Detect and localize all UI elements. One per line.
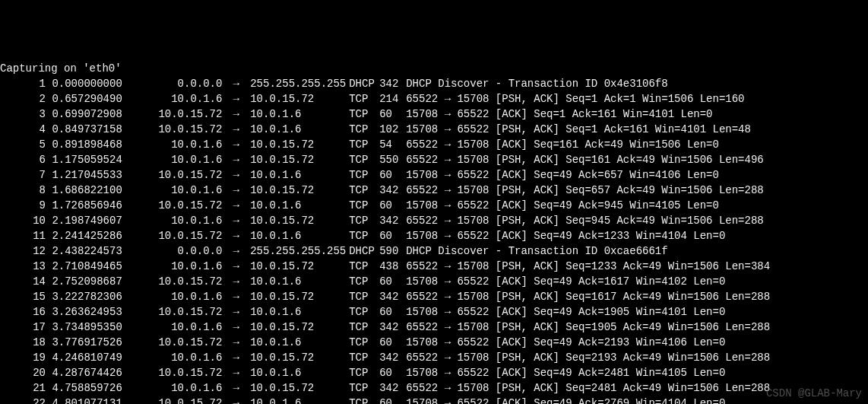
packet-row[interactable]: 12 2.4382245730.0.0.0 → 255.255.255.255D… xyxy=(0,243,868,259)
packet-no: 12 xyxy=(0,243,46,259)
packet-proto: TCP xyxy=(349,289,379,304)
packet-row[interactable]: 4 0.84973715810.0.15.72 → 10.0.1.6TCP102… xyxy=(0,122,868,137)
arrow-icon: → xyxy=(229,167,244,183)
packet-src: 10.0.15.72 xyxy=(131,365,222,380)
packet-info: 65522 → 15708 [ACK] Seq=161 Ack=49 Win=1… xyxy=(406,137,719,152)
arrow-icon: → xyxy=(229,304,244,320)
packet-no: 15 xyxy=(0,289,46,304)
packet-info: 65522 → 15708 [PSH, ACK] Seq=1 Ack=1 Win… xyxy=(406,91,744,107)
packet-row[interactable]: 22 4.80107713110.0.15.72 → 10.0.1.6TCP60… xyxy=(0,396,868,404)
packet-len: 60 xyxy=(379,396,406,404)
packet-len: 342 xyxy=(379,289,406,304)
packet-row[interactable]: 15 3.22278230610.0.1.6 → 10.0.15.72TCP34… xyxy=(0,289,868,304)
packet-no: 14 xyxy=(0,274,46,289)
packet-info: 15708 → 65522 [ACK] Seq=49 Ack=1617 Win=… xyxy=(406,274,725,289)
packet-len: 60 xyxy=(379,167,406,183)
packet-len: 60 xyxy=(379,274,406,289)
packet-proto: TCP xyxy=(349,365,379,380)
packet-dst: 10.0.15.72 xyxy=(250,183,349,198)
packet-info: 15708 → 65522 [PSH, ACK] Seq=1 Ack=161 W… xyxy=(406,122,751,137)
packet-dst: 10.0.1.6 xyxy=(250,167,349,183)
packet-proto: TCP xyxy=(349,335,379,350)
packet-info: 15708 → 65522 [ACK] Seq=49 Ack=657 Win=4… xyxy=(406,167,719,183)
arrow-icon: → xyxy=(229,213,244,228)
packet-row[interactable]: 20 4.28767442610.0.15.72 → 10.0.1.6TCP60… xyxy=(0,365,868,380)
packet-proto: TCP xyxy=(349,228,379,243)
packet-no: 1 xyxy=(0,76,46,91)
packet-info: 65522 → 15708 [PSH, ACK] Seq=1617 Ack=49… xyxy=(406,289,770,304)
packet-time: 2.438224573 xyxy=(52,243,131,259)
packet-proto: TCP xyxy=(349,137,379,152)
packet-src: 10.0.1.6 xyxy=(131,289,222,304)
packet-row[interactable]: 2 0.65729049010.0.1.6 → 10.0.15.72TCP214… xyxy=(0,91,868,107)
packet-src: 10.0.15.72 xyxy=(131,274,222,289)
packet-info: 15708 → 65522 [ACK] Seq=49 Ack=945 Win=4… xyxy=(406,198,719,213)
packet-row[interactable]: 21 4.75885972610.0.1.6 → 10.0.15.72TCP34… xyxy=(0,380,868,396)
packet-proto: TCP xyxy=(349,350,379,365)
packet-time: 4.246810749 xyxy=(52,350,131,365)
packet-dst: 10.0.15.72 xyxy=(250,137,349,152)
packet-no: 11 xyxy=(0,228,46,243)
packet-dst: 10.0.15.72 xyxy=(250,380,349,396)
packet-no: 13 xyxy=(0,259,46,274)
packet-len: 342 xyxy=(379,213,406,228)
packet-info: 65522 → 15708 [PSH, ACK] Seq=945 Ack=49 … xyxy=(406,213,763,228)
packet-time: 4.801077131 xyxy=(52,396,131,404)
packet-row[interactable]: 3 0.69907290810.0.15.72 → 10.0.1.6TCP601… xyxy=(0,107,868,122)
packet-time: 4.758859726 xyxy=(52,380,131,396)
packet-dst: 10.0.15.72 xyxy=(250,289,349,304)
packet-no: 20 xyxy=(0,365,46,380)
packet-info: 65522 → 15708 [PSH, ACK] Seq=1233 Ack=49… xyxy=(406,259,770,274)
arrow-icon: → xyxy=(229,380,244,396)
packet-src: 0.0.0.0 xyxy=(131,76,222,91)
packet-info: 65522 → 15708 [PSH, ACK] Seq=2481 Ack=49… xyxy=(406,380,770,396)
packet-dst: 10.0.15.72 xyxy=(250,91,349,107)
packet-src: 10.0.1.6 xyxy=(131,320,222,335)
packet-row[interactable]: 11 2.24142528610.0.15.72 → 10.0.1.6TCP60… xyxy=(0,228,868,243)
packet-row[interactable]: 8 1.68682210010.0.1.6 → 10.0.15.72TCP342… xyxy=(0,183,868,198)
packet-row[interactable]: 10 2.19874960710.0.1.6 → 10.0.15.72TCP34… xyxy=(0,213,868,228)
packet-row[interactable]: 13 2.71084946510.0.1.6 → 10.0.15.72TCP43… xyxy=(0,259,868,274)
packet-dst: 10.0.1.6 xyxy=(250,335,349,350)
arrow-icon: → xyxy=(229,396,244,404)
arrow-icon: → xyxy=(229,289,244,304)
packet-src: 10.0.1.6 xyxy=(131,137,222,152)
packet-info: 15708 → 65522 [ACK] Seq=49 Ack=1905 Win=… xyxy=(406,304,725,320)
packet-len: 214 xyxy=(379,91,406,107)
arrow-icon: → xyxy=(229,183,244,198)
packet-no: 2 xyxy=(0,91,46,107)
packet-row[interactable]: 19 4.24681074910.0.1.6 → 10.0.15.72TCP34… xyxy=(0,350,868,365)
watermark: CSDN @GLAB-Mary xyxy=(766,386,862,401)
packet-row[interactable]: 6 1.17505952410.0.1.6 → 10.0.15.72TCP550… xyxy=(0,152,868,167)
packet-len: 60 xyxy=(379,228,406,243)
packet-row[interactable]: 18 3.77691752610.0.15.72 → 10.0.1.6TCP60… xyxy=(0,335,868,350)
packet-time: 1.217045533 xyxy=(52,167,131,183)
packet-row[interactable]: 5 0.89189846810.0.1.6 → 10.0.15.72TCP546… xyxy=(0,137,868,152)
packet-len: 60 xyxy=(379,365,406,380)
packet-len: 342 xyxy=(379,183,406,198)
packet-src: 10.0.1.6 xyxy=(131,259,222,274)
packet-proto: TCP xyxy=(349,274,379,289)
packet-proto: DHCP xyxy=(349,243,379,259)
packet-row[interactable]: 17 3.73489535010.0.1.6 → 10.0.15.72TCP34… xyxy=(0,320,868,335)
packet-row[interactable]: 9 1.72685694610.0.15.72 → 10.0.1.6TCP601… xyxy=(0,198,868,213)
packet-row[interactable]: 7 1.21704553310.0.15.72 → 10.0.1.6TCP601… xyxy=(0,167,868,183)
packet-proto: TCP xyxy=(349,183,379,198)
packet-proto: TCP xyxy=(349,304,379,320)
packet-row[interactable]: 1 0.0000000000.0.0.0 → 255.255.255.255DH… xyxy=(0,76,868,91)
packet-info: 65522 → 15708 [PSH, ACK] Seq=657 Ack=49 … xyxy=(406,183,763,198)
packet-dst: 255.255.255.255 xyxy=(250,243,349,259)
packet-len: 60 xyxy=(379,107,406,122)
packet-src: 10.0.1.6 xyxy=(131,350,222,365)
packet-time: 1.726856946 xyxy=(52,198,131,213)
packet-row[interactable]: 16 3.26362495310.0.15.72 → 10.0.1.6TCP60… xyxy=(0,304,868,320)
packet-time: 3.776917526 xyxy=(52,335,131,350)
packet-src: 10.0.15.72 xyxy=(131,228,222,243)
packet-dst: 10.0.15.72 xyxy=(250,350,349,365)
packet-time: 0.000000000 xyxy=(52,76,131,91)
packet-proto: TCP xyxy=(349,320,379,335)
packet-no: 17 xyxy=(0,320,46,335)
packet-row[interactable]: 14 2.75209868710.0.15.72 → 10.0.1.6TCP60… xyxy=(0,274,868,289)
arrow-icon: → xyxy=(229,91,244,107)
packet-info: 15708 → 65522 [ACK] Seq=49 Ack=2481 Win=… xyxy=(406,365,725,380)
